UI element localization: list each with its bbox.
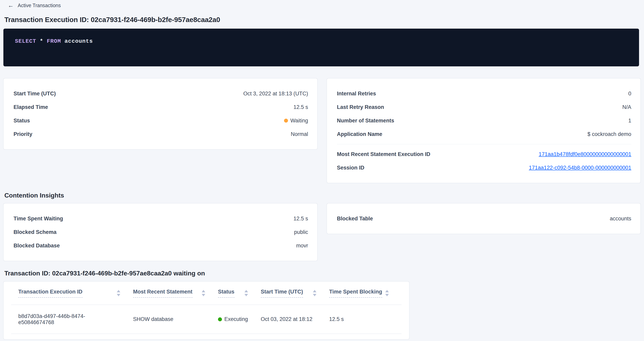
column-header-label: Start Time (UTC) — [261, 289, 303, 298]
column-header-most-recent-statement[interactable]: Most Recent Statement — [133, 289, 218, 298]
column-header-status[interactable]: Status — [218, 289, 261, 298]
info-row-session-id: Session ID 171aa122-c092-54b8-0000-00000… — [337, 161, 631, 174]
card-divider — [337, 144, 631, 144]
info-value: movr — [296, 243, 308, 249]
info-row-status: Status Waiting — [14, 114, 308, 127]
info-row-time-spent-waiting: Time Spent Waiting 12.5 s — [14, 212, 308, 225]
info-value: 12.5 s — [293, 216, 308, 222]
column-header-label: Most Recent Statement — [133, 289, 192, 298]
sort-icon[interactable] — [244, 290, 248, 296]
info-row-internal-retries: Internal Retries 0 — [337, 87, 631, 100]
info-label: Last Retry Reason — [337, 104, 384, 110]
status-text: Waiting — [290, 118, 308, 124]
table-row: b8d7d03a-d497-446b-8474-e50846674768 SHO… — [11, 305, 402, 334]
sql-keyword-select: SELECT — [15, 38, 36, 44]
contention-right-card: Blocked Table accounts — [327, 203, 640, 234]
waiting-on-table-inner: Transaction Execution ID Most Recent Sta… — [11, 282, 402, 334]
info-value: Normal — [291, 131, 308, 137]
page-container: ← Active Transactions Transaction Execut… — [0, 0, 644, 340]
info-label: Most Recent Statement Execution ID — [337, 151, 430, 157]
info-value: accounts — [610, 216, 631, 222]
column-header-transaction-execution-id[interactable]: Transaction Execution ID — [11, 289, 133, 298]
info-value: Oct 3, 2022 at 18:13 (UTC) — [243, 91, 308, 97]
page-title: Transaction Execution ID: 02ca7931-f246-… — [4, 15, 640, 24]
info-label: Number of Statements — [337, 118, 394, 124]
sql-table-name: accounts — [64, 38, 93, 44]
info-value: 12.5 s — [293, 104, 308, 110]
cell-transaction-execution-id: b8d7d03a-d497-446b-8474-e50846674768 — [11, 313, 133, 326]
info-label: Blocked Database — [14, 243, 60, 249]
waiting-on-table: Transaction Execution ID Most Recent Sta… — [4, 281, 409, 340]
info-label: Blocked Table — [337, 216, 373, 222]
column-header-label: Transaction Execution ID — [18, 289, 82, 298]
info-value: N/A — [622, 104, 631, 110]
column-header-label: Status — [218, 289, 234, 298]
info-row-last-retry-reason: Last Retry Reason N/A — [337, 100, 631, 114]
sort-icon[interactable] — [117, 290, 120, 296]
contention-left-card: Time Spent Waiting 12.5 s Blocked Schema… — [4, 203, 318, 261]
back-link-label: Active Transactions — [18, 2, 61, 8]
info-label: Priority — [14, 131, 32, 137]
overview-left-card: Start Time (UTC) Oct 3, 2022 at 18:13 (U… — [4, 78, 318, 149]
info-row-application-name: Application Name $ cockroach demo — [337, 127, 631, 141]
info-value: 0 — [628, 91, 631, 97]
cell-start-time: Oct 03, 2022 at 18:12 — [261, 316, 329, 322]
info-label: Elapsed Time — [14, 104, 48, 110]
info-row-blocked-schema: Blocked Schema public — [14, 225, 308, 239]
info-row-number-of-statements: Number of Statements 1 — [337, 114, 631, 127]
contention-insights-heading: Contention Insights — [4, 192, 640, 199]
status-text: Executing — [224, 316, 248, 322]
column-header-label: Time Spent Blocking — [329, 289, 382, 298]
column-header-start-time[interactable]: Start Time (UTC) — [261, 289, 329, 298]
column-header-time-spent-blocking[interactable]: Time Spent Blocking — [329, 289, 402, 298]
cell-time-spent-blocking: 12.5 s — [329, 316, 402, 322]
status-executing-dot-icon — [218, 317, 222, 321]
overview-right-card: Internal Retries 0 Last Retry Reason N/A… — [327, 78, 640, 183]
table-header-row: Transaction Execution ID Most Recent Sta… — [11, 282, 402, 305]
waiting-on-heading: Transaction ID: 02ca7931-f246-469b-b2fe-… — [4, 270, 640, 277]
sql-keyword-from: FROM — [47, 38, 61, 44]
session-id-link[interactable]: 171aa122-c092-54b8-0000-000000000001 — [529, 165, 631, 171]
info-row-elapsed-time: Elapsed Time 12.5 s — [14, 100, 308, 114]
info-label: Session ID — [337, 165, 364, 171]
sort-icon[interactable] — [313, 290, 316, 296]
info-row-most-recent-statement-execution-id: Most Recent Statement Execution ID 171aa… — [337, 147, 631, 161]
status-badge: Waiting — [284, 118, 308, 124]
sql-star: * — [40, 38, 43, 44]
cell-status: Executing — [218, 316, 261, 322]
info-label: Time Spent Waiting — [14, 216, 63, 222]
sort-icon[interactable] — [385, 290, 389, 296]
info-label: Start Time (UTC) — [14, 91, 56, 97]
overview-summary-grid: Start Time (UTC) Oct 3, 2022 at 18:13 (U… — [4, 78, 640, 183]
status-badge: Executing — [218, 316, 248, 322]
contention-grid: Time Spent Waiting 12.5 s Blocked Schema… — [4, 203, 640, 261]
info-label: Application Name — [337, 131, 382, 137]
info-label: Internal Retries — [337, 91, 376, 97]
info-row-blocked-database: Blocked Database movr — [14, 239, 308, 252]
info-value: public — [294, 229, 308, 235]
info-label: Blocked Schema — [14, 229, 56, 235]
info-row-blocked-table: Blocked Table accounts — [337, 212, 631, 225]
back-link-active-transactions[interactable]: ← Active Transactions — [8, 2, 61, 8]
info-row-priority: Priority Normal — [14, 127, 308, 141]
info-label: Status — [14, 118, 30, 124]
statement-execution-id-link[interactable]: 171aa1b478fdf0e80000000000000001 — [539, 151, 632, 157]
back-arrow-icon: ← — [8, 2, 14, 8]
info-value: $ cockroach demo — [587, 131, 631, 137]
status-waiting-dot-icon — [284, 119, 288, 123]
info-value: 1 — [628, 118, 631, 124]
sort-icon[interactable] — [202, 290, 205, 296]
info-row-start-time: Start Time (UTC) Oct 3, 2022 at 18:13 (U… — [14, 87, 308, 100]
sql-statement-box: SELECT * FROM accounts — [4, 29, 639, 66]
cell-most-recent-statement: SHOW database — [133, 316, 218, 322]
